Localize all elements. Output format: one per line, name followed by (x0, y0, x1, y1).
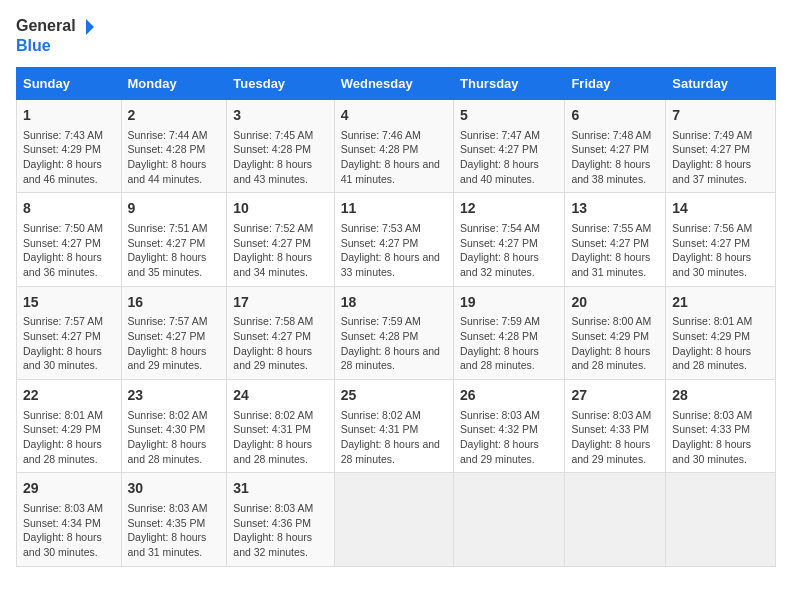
day-number: 24 (233, 386, 327, 406)
cell-info: Sunrise: 7:48 AMSunset: 4:27 PMDaylight:… (571, 128, 659, 187)
cell-info: Sunrise: 7:59 AMSunset: 4:28 PMDaylight:… (341, 314, 447, 373)
cell-info: Sunrise: 8:02 AMSunset: 4:31 PMDaylight:… (233, 408, 327, 467)
calendar-cell: 1Sunrise: 7:43 AMSunset: 4:29 PMDaylight… (17, 99, 122, 192)
calendar-cell: 4Sunrise: 7:46 AMSunset: 4:28 PMDaylight… (334, 99, 453, 192)
day-number: 22 (23, 386, 115, 406)
calendar-cell: 11Sunrise: 7:53 AMSunset: 4:27 PMDayligh… (334, 193, 453, 286)
calendar-cell: 5Sunrise: 7:47 AMSunset: 4:27 PMDaylight… (454, 99, 565, 192)
day-number: 26 (460, 386, 558, 406)
cell-info: Sunrise: 7:54 AMSunset: 4:27 PMDaylight:… (460, 221, 558, 280)
calendar-cell: 9Sunrise: 7:51 AMSunset: 4:27 PMDaylight… (121, 193, 227, 286)
header-day-friday: Friday (565, 67, 666, 99)
day-number: 27 (571, 386, 659, 406)
header-day-saturday: Saturday (666, 67, 776, 99)
calendar-cell: 17Sunrise: 7:58 AMSunset: 4:27 PMDayligh… (227, 286, 334, 379)
header-day-wednesday: Wednesday (334, 67, 453, 99)
day-number: 18 (341, 293, 447, 313)
calendar-cell: 14Sunrise: 7:56 AMSunset: 4:27 PMDayligh… (666, 193, 776, 286)
calendar-cell: 30Sunrise: 8:03 AMSunset: 4:35 PMDayligh… (121, 473, 227, 566)
day-number: 20 (571, 293, 659, 313)
cell-info: Sunrise: 7:46 AMSunset: 4:28 PMDaylight:… (341, 128, 447, 187)
day-number: 5 (460, 106, 558, 126)
cell-info: Sunrise: 8:01 AMSunset: 4:29 PMDaylight:… (23, 408, 115, 467)
day-number: 13 (571, 199, 659, 219)
cell-info: Sunrise: 7:43 AMSunset: 4:29 PMDaylight:… (23, 128, 115, 187)
calendar-cell: 31Sunrise: 8:03 AMSunset: 4:36 PMDayligh… (227, 473, 334, 566)
day-number: 3 (233, 106, 327, 126)
cell-info: Sunrise: 8:02 AMSunset: 4:30 PMDaylight:… (128, 408, 221, 467)
cell-info: Sunrise: 8:01 AMSunset: 4:29 PMDaylight:… (672, 314, 769, 373)
day-number: 12 (460, 199, 558, 219)
header-day-tuesday: Tuesday (227, 67, 334, 99)
day-number: 30 (128, 479, 221, 499)
calendar-header-row: SundayMondayTuesdayWednesdayThursdayFrid… (17, 67, 776, 99)
day-number: 8 (23, 199, 115, 219)
day-number: 9 (128, 199, 221, 219)
calendar-cell: 2Sunrise: 7:44 AMSunset: 4:28 PMDaylight… (121, 99, 227, 192)
cell-info: Sunrise: 7:49 AMSunset: 4:27 PMDaylight:… (672, 128, 769, 187)
cell-info: Sunrise: 7:56 AMSunset: 4:27 PMDaylight:… (672, 221, 769, 280)
calendar-week-row: 29Sunrise: 8:03 AMSunset: 4:34 PMDayligh… (17, 473, 776, 566)
calendar-cell: 6Sunrise: 7:48 AMSunset: 4:27 PMDaylight… (565, 99, 666, 192)
calendar-cell (666, 473, 776, 566)
logo-text: GeneralBlue (16, 16, 96, 55)
calendar-week-row: 15Sunrise: 7:57 AMSunset: 4:27 PMDayligh… (17, 286, 776, 379)
day-number: 31 (233, 479, 327, 499)
cell-info: Sunrise: 7:50 AMSunset: 4:27 PMDaylight:… (23, 221, 115, 280)
calendar-cell: 20Sunrise: 8:00 AMSunset: 4:29 PMDayligh… (565, 286, 666, 379)
calendar-cell: 25Sunrise: 8:02 AMSunset: 4:31 PMDayligh… (334, 379, 453, 472)
calendar-cell: 21Sunrise: 8:01 AMSunset: 4:29 PMDayligh… (666, 286, 776, 379)
cell-info: Sunrise: 7:53 AMSunset: 4:27 PMDaylight:… (341, 221, 447, 280)
calendar-cell: 3Sunrise: 7:45 AMSunset: 4:28 PMDaylight… (227, 99, 334, 192)
calendar-cell: 19Sunrise: 7:59 AMSunset: 4:28 PMDayligh… (454, 286, 565, 379)
day-number: 11 (341, 199, 447, 219)
calendar-cell: 28Sunrise: 8:03 AMSunset: 4:33 PMDayligh… (666, 379, 776, 472)
calendar-table: SundayMondayTuesdayWednesdayThursdayFrid… (16, 67, 776, 567)
cell-info: Sunrise: 7:57 AMSunset: 4:27 PMDaylight:… (128, 314, 221, 373)
svg-marker-0 (86, 19, 94, 35)
day-number: 10 (233, 199, 327, 219)
cell-info: Sunrise: 8:03 AMSunset: 4:34 PMDaylight:… (23, 501, 115, 560)
cell-info: Sunrise: 7:55 AMSunset: 4:27 PMDaylight:… (571, 221, 659, 280)
calendar-cell: 12Sunrise: 7:54 AMSunset: 4:27 PMDayligh… (454, 193, 565, 286)
cell-info: Sunrise: 7:44 AMSunset: 4:28 PMDaylight:… (128, 128, 221, 187)
header: GeneralBlue (16, 16, 776, 55)
header-day-thursday: Thursday (454, 67, 565, 99)
calendar-cell (334, 473, 453, 566)
day-number: 15 (23, 293, 115, 313)
calendar-week-row: 1Sunrise: 7:43 AMSunset: 4:29 PMDaylight… (17, 99, 776, 192)
cell-info: Sunrise: 7:59 AMSunset: 4:28 PMDaylight:… (460, 314, 558, 373)
calendar-cell: 13Sunrise: 7:55 AMSunset: 4:27 PMDayligh… (565, 193, 666, 286)
cell-info: Sunrise: 8:02 AMSunset: 4:31 PMDaylight:… (341, 408, 447, 467)
header-day-sunday: Sunday (17, 67, 122, 99)
calendar-cell (565, 473, 666, 566)
day-number: 21 (672, 293, 769, 313)
day-number: 28 (672, 386, 769, 406)
cell-info: Sunrise: 7:57 AMSunset: 4:27 PMDaylight:… (23, 314, 115, 373)
cell-info: Sunrise: 8:03 AMSunset: 4:36 PMDaylight:… (233, 501, 327, 560)
day-number: 29 (23, 479, 115, 499)
calendar-cell: 24Sunrise: 8:02 AMSunset: 4:31 PMDayligh… (227, 379, 334, 472)
calendar-body: 1Sunrise: 7:43 AMSunset: 4:29 PMDaylight… (17, 99, 776, 566)
cell-info: Sunrise: 8:03 AMSunset: 4:32 PMDaylight:… (460, 408, 558, 467)
day-number: 16 (128, 293, 221, 313)
header-day-monday: Monday (121, 67, 227, 99)
day-number: 1 (23, 106, 115, 126)
cell-info: Sunrise: 8:03 AMSunset: 4:33 PMDaylight:… (672, 408, 769, 467)
calendar-week-row: 22Sunrise: 8:01 AMSunset: 4:29 PMDayligh… (17, 379, 776, 472)
cell-info: Sunrise: 7:52 AMSunset: 4:27 PMDaylight:… (233, 221, 327, 280)
cell-info: Sunrise: 8:03 AMSunset: 4:35 PMDaylight:… (128, 501, 221, 560)
cell-info: Sunrise: 7:47 AMSunset: 4:27 PMDaylight:… (460, 128, 558, 187)
day-number: 7 (672, 106, 769, 126)
cell-info: Sunrise: 8:03 AMSunset: 4:33 PMDaylight:… (571, 408, 659, 467)
logo: GeneralBlue (16, 16, 96, 55)
day-number: 25 (341, 386, 447, 406)
calendar-cell: 10Sunrise: 7:52 AMSunset: 4:27 PMDayligh… (227, 193, 334, 286)
calendar-cell: 8Sunrise: 7:50 AMSunset: 4:27 PMDaylight… (17, 193, 122, 286)
calendar-cell: 22Sunrise: 8:01 AMSunset: 4:29 PMDayligh… (17, 379, 122, 472)
cell-info: Sunrise: 7:51 AMSunset: 4:27 PMDaylight:… (128, 221, 221, 280)
day-number: 2 (128, 106, 221, 126)
day-number: 14 (672, 199, 769, 219)
calendar-cell: 16Sunrise: 7:57 AMSunset: 4:27 PMDayligh… (121, 286, 227, 379)
cell-info: Sunrise: 7:58 AMSunset: 4:27 PMDaylight:… (233, 314, 327, 373)
